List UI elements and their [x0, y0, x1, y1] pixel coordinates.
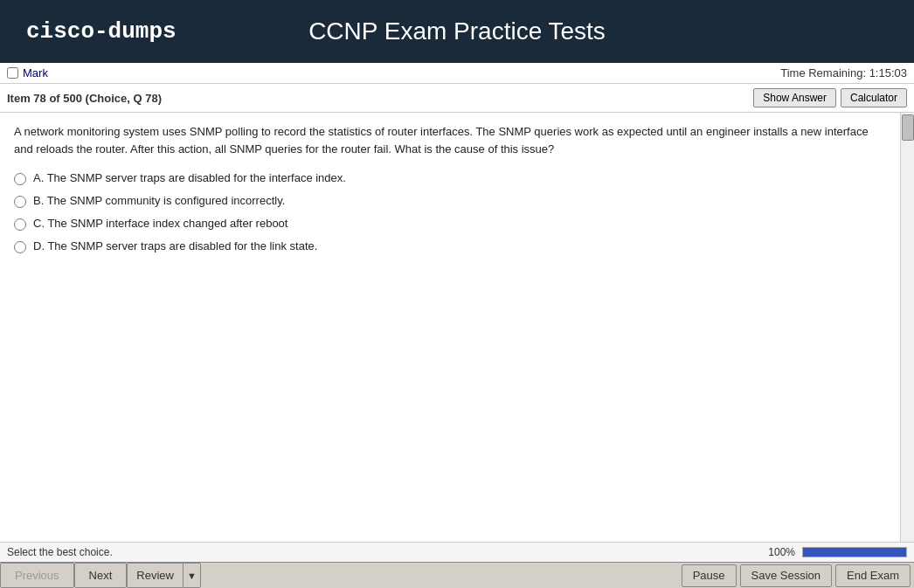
status-bar: Select the best choice. 100% — [0, 542, 914, 562]
footer-right: Pause Save Session End Exam — [682, 563, 914, 588]
choice-radio-d[interactable] — [14, 241, 26, 253]
logo: cisco-dumps — [26, 18, 177, 45]
footer-left: Previous Next Review ▼ — [0, 563, 201, 588]
progress-area: 100% — [768, 546, 907, 558]
choice-item-b[interactable]: B. The SNMP community is configured inco… — [14, 194, 886, 208]
choice-radio-a[interactable] — [14, 173, 26, 185]
scrollbar-thumb[interactable] — [902, 114, 914, 141]
choice-text-c: C. The SNMP interface index changed afte… — [33, 217, 287, 230]
choice-item-c[interactable]: C. The SNMP interface index changed afte… — [14, 217, 886, 231]
review-button[interactable]: Review — [127, 563, 183, 588]
mark-label[interactable]: Mark — [23, 66, 48, 80]
choice-text-b: B. The SNMP community is configured inco… — [33, 194, 285, 207]
progress-bar-fill — [803, 548, 906, 557]
app-title: CCNP Exam Practice Tests — [308, 17, 606, 45]
calculator-button[interactable]: Calculator — [841, 88, 907, 107]
progress-bar — [802, 547, 907, 557]
progress-percent: 100% — [768, 546, 795, 558]
save-session-button[interactable]: Save Session — [740, 564, 833, 587]
mark-area: Mark — [7, 66, 48, 80]
content-area: A network monitoring system uses SNMP po… — [0, 113, 914, 542]
footer: Previous Next Review ▼ Pause Save Sessio… — [0, 562, 914, 588]
choice-item-a[interactable]: A. The SNMP server traps are disabled fo… — [14, 171, 886, 185]
review-dropdown-arrow[interactable]: ▼ — [183, 563, 201, 588]
review-btn-wrap: Review ▼ — [127, 563, 201, 588]
pause-button[interactable]: Pause — [682, 564, 737, 587]
choice-radio-b[interactable] — [14, 196, 26, 208]
question-panel: A network monitoring system uses SNMP po… — [0, 113, 900, 542]
choice-item-d[interactable]: D. The SNMP server traps are disabled fo… — [14, 239, 886, 253]
choice-text-a: A. The SNMP server traps are disabled fo… — [33, 171, 346, 184]
header: cisco-dumps CCNP Exam Practice Tests — [0, 0, 914, 63]
item-info: Item 78 of 500 (Choice, Q 78) — [7, 92, 162, 105]
choice-radio-c[interactable] — [14, 218, 26, 231]
previous-button[interactable]: Previous — [0, 563, 74, 588]
choices: A. The SNMP server traps are disabled fo… — [14, 171, 886, 253]
question-actions: Show Answer Calculator — [753, 88, 907, 107]
time-remaining: Time Remaining: 1:15:03 — [780, 66, 907, 80]
end-exam-button[interactable]: End Exam — [835, 564, 911, 587]
mark-checkbox[interactable] — [7, 67, 18, 79]
choice-text-d: D. The SNMP server traps are disabled fo… — [33, 239, 317, 252]
status-hint: Select the best choice. — [7, 546, 113, 558]
top-bar: Mark Time Remaining: 1:15:03 — [0, 63, 914, 84]
scrollbar-track[interactable] — [900, 113, 914, 542]
show-answer-button[interactable]: Show Answer — [753, 88, 836, 107]
question-header: Item 78 of 500 (Choice, Q 78) Show Answe… — [0, 84, 914, 113]
question-text: A network monitoring system uses SNMP po… — [14, 123, 886, 157]
next-button[interactable]: Next — [74, 563, 128, 588]
